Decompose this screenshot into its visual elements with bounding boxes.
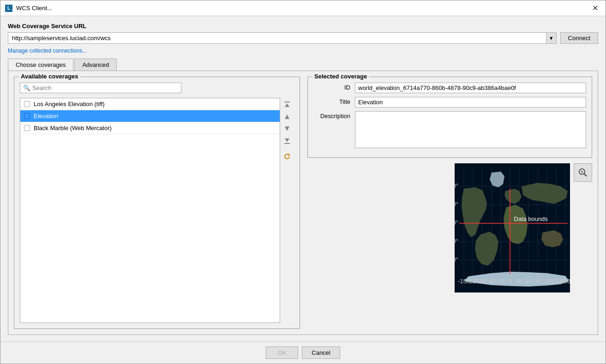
svg-text:-60: -60: [487, 278, 496, 285]
main-content: Available coverages 🔍: [8, 71, 598, 334]
list-item[interactable]: Black Marble (Web Mercator): [20, 122, 280, 134]
magnify-button[interactable]: [574, 163, 592, 182]
world-map-svg: 60° 30° 00° -30° -60° -150 -120 -90 -60: [455, 163, 570, 292]
tab-choose-coverages[interactable]: Choose coverages: [8, 59, 73, 71]
refresh-button[interactable]: [282, 151, 292, 161]
move-bottom-button[interactable]: [282, 136, 292, 146]
url-section-label: Web Coverage Service URL: [8, 23, 598, 30]
svg-text:-90: -90: [478, 278, 487, 285]
svg-text:30°: 30°: [455, 201, 458, 208]
app-icon: L: [5, 5, 12, 12]
selected-coverage-label: Selected coverage: [312, 73, 369, 80]
url-dropdown-button[interactable]: ▾: [546, 33, 556, 43]
tabs-row: Choose coverages Advanced: [8, 59, 598, 71]
dialog-footer: OK Cancel: [0, 341, 606, 364]
svg-marker-1: [285, 103, 289, 107]
available-coverages-group: Available coverages 🔍: [14, 77, 300, 329]
id-row: ID world_elevation_6714a770-860b-4878-90…: [313, 83, 586, 93]
search-icon: 🔍: [23, 84, 30, 91]
manage-connections-link[interactable]: Manage collected connections...: [8, 48, 598, 54]
dialog-window: L WCS Client... ✕ Web Coverage Service U…: [0, 0, 606, 364]
move-up-icon: [283, 113, 291, 120]
ok-button[interactable]: OK: [266, 346, 298, 359]
tab-advanced[interactable]: Advanced: [74, 59, 117, 71]
id-label: ID: [313, 83, 355, 91]
move-bottom-icon: [283, 137, 291, 144]
world-map: 60° 30° 00° -30° -60° -150 -120 -90 -60: [455, 163, 570, 292]
search-input[interactable]: [32, 84, 178, 91]
search-box: 🔍: [20, 83, 181, 93]
left-panel: Available coverages 🔍: [14, 77, 300, 329]
coverage-name-3: Black Marble (Web Mercator): [34, 125, 112, 131]
search-row: 🔍: [20, 83, 294, 93]
title-value: Elevation: [355, 97, 586, 107]
move-down-button[interactable]: [282, 124, 292, 134]
dialog-body: Web Coverage Service URL ▾ Connect Manag…: [0, 16, 606, 341]
coverage-name-1: Los Angeles Elevation (tiff): [34, 101, 105, 107]
svg-text:-120: -120: [467, 278, 479, 285]
map-area: 60° 30° 00° -30° -60° -150 -120 -90 -60: [307, 163, 592, 292]
url-input[interactable]: [8, 33, 546, 43]
refresh-icon: [283, 152, 291, 161]
available-coverages-label: Available coverages: [19, 73, 80, 80]
svg-text:60: 60: [525, 278, 532, 285]
dialog-title: WCS Client...: [16, 5, 52, 12]
svg-marker-2: [285, 114, 289, 119]
move-down-icon: [283, 125, 291, 132]
svg-text:Data bounds: Data bounds: [514, 215, 548, 222]
title-bar-left: L WCS Client...: [5, 5, 52, 12]
id-value: world_elevation_6714a770-860b-4878-90c9-…: [355, 83, 586, 93]
list-controls: [280, 98, 294, 323]
title-row: Title Elevation: [313, 97, 586, 107]
svg-text:-60°: -60°: [455, 256, 458, 263]
svg-text:-30°: -30°: [455, 238, 458, 245]
svg-marker-4: [285, 138, 289, 142]
move-top-icon: [283, 101, 291, 108]
svg-text:30: 30: [516, 278, 522, 285]
svg-line-8: [584, 174, 587, 177]
tab-content: Available coverages 🔍: [8, 71, 598, 335]
svg-text:90: 90: [534, 278, 541, 285]
magnify-icon: [577, 167, 588, 178]
svg-text:120: 120: [542, 278, 552, 285]
cancel-button[interactable]: Cancel: [302, 346, 340, 359]
connect-button[interactable]: Connect: [560, 32, 598, 44]
description-label: Description: [313, 111, 355, 119]
svg-text:150: 150: [551, 278, 561, 285]
list-item[interactable]: Elevation: [20, 110, 280, 122]
svg-text:-30: -30: [497, 278, 505, 285]
title-bar: L WCS Client... ✕: [0, 0, 606, 16]
close-button[interactable]: ✕: [589, 3, 601, 13]
description-row: Description: [313, 111, 586, 148]
list-item[interactable]: Los Angeles Elevation (tiff): [20, 98, 280, 110]
title-label: Title: [313, 97, 355, 105]
svg-marker-3: [285, 126, 289, 131]
url-combo: ▾: [8, 32, 557, 44]
coverage-checkbox-2[interactable]: [24, 113, 30, 119]
coverage-name-2: Elevation: [34, 113, 58, 119]
svg-text:00°: 00°: [455, 219, 458, 226]
coverages-area: Los Angeles Elevation (tiff) Elevation: [20, 98, 294, 323]
coverage-list: Los Angeles Elevation (tiff) Elevation: [20, 98, 280, 323]
move-top-button[interactable]: [282, 100, 292, 110]
selected-coverage-group: Selected coverage ID world_elevation_671…: [307, 77, 592, 158]
url-row: ▾ Connect: [8, 32, 598, 44]
description-value[interactable]: [355, 111, 586, 148]
coverage-checkbox-3[interactable]: [24, 125, 30, 131]
move-up-button[interactable]: [282, 112, 292, 122]
svg-text:180: 180: [560, 278, 570, 285]
svg-text:60°: 60°: [455, 182, 458, 189]
coverage-checkbox-1[interactable]: [24, 101, 30, 107]
right-panel: Selected coverage ID world_elevation_671…: [307, 77, 592, 329]
svg-text:0: 0: [508, 278, 511, 285]
